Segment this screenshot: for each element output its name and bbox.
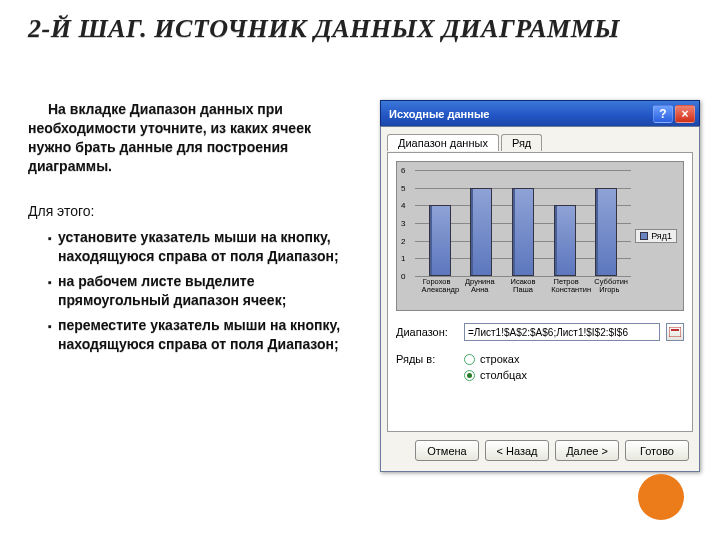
- tab-data-range[interactable]: Диапазон данных: [387, 134, 499, 151]
- chart-bar: [595, 188, 617, 276]
- list-item: переместите указатель мыши на кнопку, на…: [58, 316, 358, 354]
- chart-bar: [429, 205, 451, 276]
- radio-label: столбцах: [480, 369, 527, 381]
- list-item: на рабочем листе выделите прямоугольный …: [58, 272, 358, 310]
- cancel-button[interactable]: Отмена: [415, 440, 479, 461]
- range-picker-button[interactable]: [666, 323, 684, 341]
- close-icon: ×: [681, 107, 688, 121]
- next-button[interactable]: Далее >: [555, 440, 619, 461]
- chart-xtick: Исаков Паша: [508, 278, 538, 308]
- finish-button[interactable]: Готово: [625, 440, 689, 461]
- radio-icon: [464, 370, 475, 381]
- chart-ytick: 6: [401, 166, 405, 175]
- radio-label: строках: [480, 353, 519, 365]
- chart-ytick: 1: [401, 254, 405, 263]
- radio-columns[interactable]: столбцах: [464, 369, 527, 381]
- tab-strip: Диапазон данных Ряд: [387, 133, 693, 150]
- chart-ytick: 0: [401, 272, 405, 281]
- legend-swatch-icon: [640, 232, 648, 240]
- chart-ytick: 3: [401, 219, 405, 228]
- tab-series[interactable]: Ряд: [501, 134, 542, 151]
- slide-title: 2-Й ШАГ. ИСТОЧНИК ДАННЫХ ДИАГРАММЫ: [28, 14, 688, 44]
- dialog-title: Исходные данные: [389, 108, 651, 120]
- list-item: установите указатель мыши на кнопку, нах…: [58, 228, 358, 266]
- chart-xtick: Друнина Анна: [465, 278, 495, 308]
- back-button[interactable]: < Назад: [485, 440, 549, 461]
- chart-source-dialog: Исходные данные ? × Диапазон данных Ряд …: [380, 100, 700, 472]
- radio-rows[interactable]: строках: [464, 353, 527, 365]
- dialog-titlebar[interactable]: Исходные данные ? ×: [380, 100, 700, 126]
- body-text: На вкладке Диапазон данных при необходим…: [28, 100, 358, 360]
- chart-legend: Ряд1: [635, 229, 677, 243]
- chart-xtick: Петров Константин: [551, 278, 581, 308]
- chart-preview: 0123456 Горохов АлександрДрунина АннаИса…: [396, 161, 684, 311]
- chart-ytick: 2: [401, 236, 405, 245]
- tab-panel: 0123456 Горохов АлександрДрунина АннаИса…: [387, 152, 693, 432]
- chart-bar: [470, 188, 492, 276]
- help-button[interactable]: ?: [653, 105, 673, 123]
- legend-label: Ряд1: [651, 231, 672, 241]
- rows-in-label: Ряды в:: [396, 353, 458, 365]
- close-button[interactable]: ×: [675, 105, 695, 123]
- slide-accent-circle: [638, 474, 684, 520]
- chart-ytick: 5: [401, 183, 405, 192]
- chart-xtick: Горохов Александр: [422, 278, 452, 308]
- chart-bar: [554, 205, 576, 276]
- range-input[interactable]: =Лист1!$A$2:$A$6;Лист1!$I$2:$I$6: [464, 323, 660, 341]
- chart-ytick: 4: [401, 201, 405, 210]
- lead-line: Для этого:: [28, 202, 358, 221]
- radio-icon: [464, 354, 475, 365]
- collapse-icon: [669, 327, 681, 337]
- range-label: Диапазон:: [396, 326, 458, 338]
- chart-xtick: Субботин Игорь: [594, 278, 624, 308]
- svg-rect-1: [671, 329, 679, 331]
- svg-rect-0: [669, 327, 681, 337]
- help-icon: ?: [659, 107, 666, 121]
- intro-paragraph: На вкладке Диапазон данных при необходим…: [28, 100, 358, 176]
- chart-bar: [512, 188, 534, 276]
